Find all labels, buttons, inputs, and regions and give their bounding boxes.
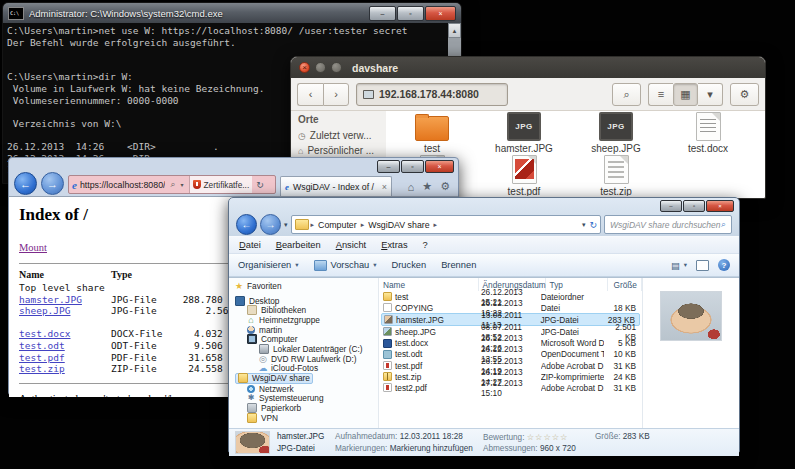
browser-tab[interactable]: e WsgiDAV - Index of / × [280,176,392,196]
close-button[interactable]: × [425,6,456,21]
sidebar-item-local-disk-c[interactable]: Lokaler Datenträger (C:) [235,344,378,354]
sidebar-item-desktop[interactable]: Desktop [235,296,378,306]
preview-button[interactable]: Vorschau ▾ [314,260,377,271]
back-button[interactable]: ‹ [297,83,323,106]
column-header-type[interactable]: Typ [546,278,608,291]
breadcrumb-wsgidav-share[interactable]: WsgiDAV share [366,220,431,230]
desktop-icon [235,296,245,306]
file-item-sheep-jpg[interactable]: JPG sheep.JPG [570,113,662,154]
organize-button[interactable]: Organisieren ▾ [238,260,299,270]
preview-pane-toggle[interactable] [696,260,709,271]
maximize-button[interactable] [331,62,342,73]
nautilus-window-title: davshare [352,62,398,74]
file-item-hamster-jpg[interactable]: JPG hamster.JPG [478,113,570,154]
word-file-icon [383,339,392,348]
forward-button[interactable]: → [41,172,64,195]
search-icon[interactable]: ⌕ [170,179,175,190]
address-bar[interactable]: e https://localhost:8080/ ⌕ ▾ Zertifikat… [68,175,276,194]
sidebar-item-papierkorb[interactable]: Papierkorb [235,403,378,413]
file-link[interactable]: sheep.JPG [19,305,70,316]
file-item-test[interactable]: test [386,113,478,154]
sidebar-item-favoriten[interactable]: ★Favoriten [235,281,378,291]
folder-icon [415,116,449,141]
sidebar-item-icloud-fotos[interactable]: ☁iCloud-Fotos [235,364,378,374]
file-item-test-docx[interactable]: test.docx [662,113,754,154]
sidebar-item-wsgidav-share[interactable]: WsgiDAV share [235,373,313,384]
sidebar-item-dvd-drive-d[interactable]: ◎DVD RW Laufwerk (D:) [235,354,378,364]
sidebar-item-netzwerk[interactable]: Netzwerk [235,384,378,394]
minimize-button[interactable]: – [660,200,682,212]
minimize-button[interactable]: – [377,160,400,173]
minimize-button[interactable] [315,62,326,73]
forward-button[interactable]: › [323,83,349,106]
scroll-up-icon[interactable]: ▲ [448,23,461,38]
chevron-down-icon[interactable]: ▾ [181,181,184,188]
maximize-button[interactable]: ▫ [397,6,424,21]
list-view-button[interactable]: ≡ [648,83,673,106]
forward-button[interactable]: → [260,214,281,235]
sidebar-item-vpn[interactable]: VPN [235,413,378,423]
nautilus-titlebar[interactable]: × davshare [291,57,765,78]
menu-bearbeiten[interactable]: Bearbeiten [276,240,321,250]
help-button[interactable]: ? [718,259,730,271]
refresh-icon[interactable]: ↻ [256,180,264,190]
column-header-size[interactable]: Größe [608,278,642,291]
close-button[interactable]: × [425,160,454,173]
burn-button[interactable]: Brennen [441,260,476,270]
change-view-button[interactable]: ▤ ▾ [671,260,687,271]
menu-ansicht[interactable]: Ansicht [336,240,367,250]
view-options-button[interactable]: ▾ [698,83,723,106]
favorites-star-icon[interactable]: ★ [422,180,432,193]
user-icon [247,326,255,334]
close-button[interactable]: × [299,62,310,73]
sidebar-item-computer[interactable]: Computer [235,334,378,344]
location-button[interactable]: 192.168.178.44:8080 [356,83,508,106]
sidebar-item-martin[interactable]: martin [235,325,378,335]
file-item-test-zip[interactable]: test.zip [570,156,662,196]
rating-stars[interactable]: ☆☆☆☆☆ [527,433,569,442]
print-button[interactable]: Drucken [392,260,427,270]
file-link[interactable]: test.pdf [19,352,65,363]
certificate-error-button[interactable]: Zertifikatfe... [189,176,253,193]
menu-help[interactable]: ? [423,240,428,250]
file-link[interactable]: test.odt [19,340,65,351]
table-row[interactable]: test2.pdf 27.12.2013 15:10Adobe Acrobat … [381,382,640,393]
explorer-titlebar[interactable]: – ▫ × [229,198,739,213]
history-dropdown-icon[interactable]: ▾ [284,221,288,229]
maximize-button[interactable]: ▫ [683,200,705,212]
sidebar-item-bibliotheken[interactable]: Bibliotheken [235,305,378,315]
settings-button[interactable]: ⚙ [730,83,759,106]
search-button[interactable]: ⌕ [612,83,641,106]
minimize-button[interactable]: – [369,6,396,21]
tab-close-icon[interactable]: × [382,182,387,192]
sidebar-item-heimnetzgruppe[interactable]: ⌂Heimnetzgruppe [235,315,378,325]
gear-icon[interactable]: ⚙ [440,180,450,193]
sidebar-item-label: Zuletzt verw... [310,130,372,141]
ie-titlebar[interactable]: – ▫ × [9,158,458,172]
menu-extras[interactable]: Extras [381,240,407,250]
sidebar-item-systemsteuerung[interactable]: ✱Systemsteuerung [235,393,378,403]
file-link[interactable]: hamster.JPG [19,294,82,305]
add-tag-link[interactable]: Markierung hinzufügen [390,444,473,453]
file-link[interactable]: test.docx [19,328,70,339]
sidebar-item-recent[interactable]: ◷ Zuletzt verw... [298,128,386,143]
breadcrumb-computer[interactable]: Computer [316,220,359,230]
breadcrumb[interactable]: ▸ Computer ▸ WsgiDAV share ▸ ▾ ↻ [291,215,601,234]
close-button[interactable]: × [706,200,734,212]
mount-link[interactable]: Mount [19,242,47,253]
grid-view-button[interactable]: ▦ [673,83,698,106]
file-link[interactable]: test.zip [19,363,65,374]
back-button[interactable]: ← [14,172,37,195]
file-item-test-pdf[interactable]: test.pdf [478,156,570,196]
refresh-icon[interactable]: ↻ [589,220,597,230]
column-header-name[interactable]: Name [379,278,479,291]
address-dropdown-icon[interactable]: ▾ [582,221,586,229]
sidebar-item-home[interactable]: ⌂ Persönlicher ... [298,143,386,158]
cmd-titlebar[interactable]: C:\ Administrator: C:\Windows\system32\c… [3,3,461,23]
menu-datei[interactable]: Datei [239,240,261,250]
maximize-button[interactable]: ▫ [401,160,424,173]
search-input[interactable]: WsgiDAV share durchsuchen ⌕ [604,215,732,234]
back-button[interactable]: ← [236,214,257,235]
home-icon: ⌂ [298,146,303,156]
home-icon[interactable]: ⌂ [408,181,415,193]
